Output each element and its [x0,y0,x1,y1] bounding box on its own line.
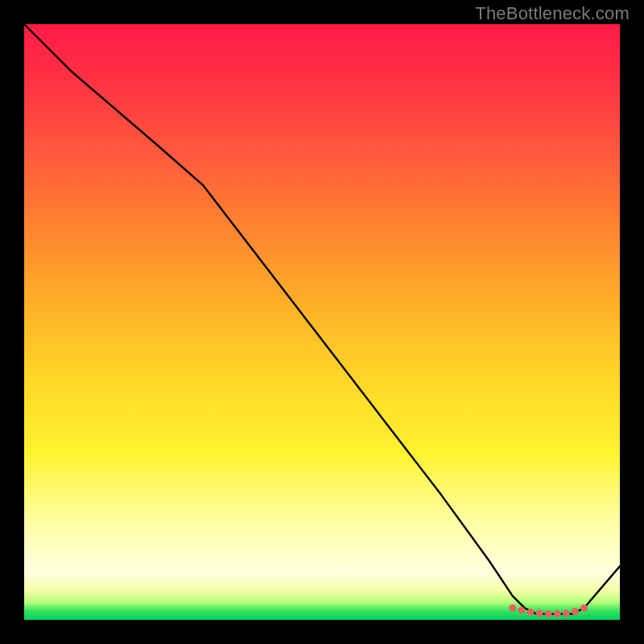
watermark-text: TheBottleneck.com [475,3,630,24]
optimal-point-marker [527,609,535,616]
optimal-point-marker [518,607,525,614]
optimal-point-marker [509,605,516,612]
plot-area [24,24,620,620]
optimal-point-marker [536,609,543,617]
optimal-point-marker [572,608,579,615]
optimal-range-markers [509,605,588,617]
optimal-point-marker [563,609,570,617]
optimal-point-marker [554,610,561,617]
optimal-point-marker [545,610,552,617]
chart-frame: TheBottleneck.com [0,0,644,644]
optimal-point-marker [580,605,588,612]
curve-layer [24,24,620,620]
bottleneck-curve [24,24,620,614]
